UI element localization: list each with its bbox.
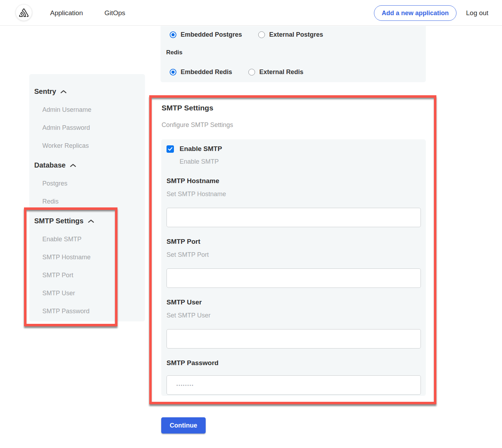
- add-new-application-button[interactable]: Add a new application: [374, 5, 456, 21]
- sidebar-item-enable-smtp[interactable]: Enable SMTP: [42, 236, 140, 243]
- radio-external-redis[interactable]: External Redis: [248, 68, 303, 76]
- smtp-user-input[interactable]: [167, 329, 421, 349]
- enable-smtp-checkbox-row[interactable]: Enable SMTP: [167, 145, 421, 153]
- smtp-user-label: SMTP User: [167, 298, 421, 306]
- enable-smtp-helper: Enable SMTP: [180, 158, 421, 165]
- top-navbar: Application GitOps Add a new application…: [0, 0, 502, 26]
- radio-selected-icon[interactable]: [170, 69, 176, 75]
- radio-selected-icon[interactable]: [170, 31, 176, 38]
- nav-application[interactable]: Application: [50, 0, 83, 26]
- sentry-logo[interactable]: [16, 4, 32, 21]
- radio-embedded-postgres[interactable]: Embedded Postgres: [170, 31, 242, 38]
- smtp-hostname-label: SMTP Hostname: [167, 177, 421, 185]
- smtp-hostname-input[interactable]: [167, 208, 421, 227]
- admin-console-page: Application GitOps Add a new application…: [0, 0, 502, 448]
- chevron-up-icon: [87, 219, 95, 223]
- sidebar-item-redis[interactable]: Redis: [42, 198, 140, 205]
- chevron-up-icon: [60, 90, 67, 94]
- sidebar-item-smtp-user[interactable]: SMTP User: [42, 290, 140, 297]
- smtp-password-label: SMTP Password: [167, 359, 421, 367]
- sidebar-item-smtp-password[interactable]: SMTP Password: [42, 308, 140, 315]
- smtp-port-input[interactable]: [167, 268, 421, 288]
- chevron-up-icon: [69, 163, 77, 168]
- sidebar-item-admin-password[interactable]: Admin Password: [42, 124, 140, 132]
- smtp-port-label: SMTP Port: [167, 238, 421, 246]
- enable-smtp-label: Enable SMTP: [180, 145, 222, 153]
- sidebar-group-smtp-settings[interactable]: SMTP Settings: [34, 217, 140, 225]
- sidebar-item-postgres[interactable]: Postgres: [42, 180, 140, 187]
- smtp-user-helper: Set SMTP User: [167, 312, 421, 319]
- sidebar-item-smtp-hostname[interactable]: SMTP Hostname: [42, 254, 140, 261]
- radio-external-postgres[interactable]: External Postgres: [258, 31, 323, 38]
- sidebar-item-admin-username[interactable]: Admin Username: [42, 106, 140, 114]
- redis-radio-group: Embedded Redis External Redis: [170, 68, 320, 76]
- database-config-panel: Embedded Postgres External Postgres Redi…: [161, 26, 426, 82]
- sidebar-group-database[interactable]: Database: [34, 161, 140, 169]
- sidebar-item-smtp-port[interactable]: SMTP Port: [42, 272, 140, 279]
- sentry-logo-icon: [19, 8, 29, 17]
- sidebar-group-sentry[interactable]: Sentry: [34, 87, 140, 96]
- smtp-settings-form: Enable SMTP Enable SMTP SMTP Hostname Se…: [161, 139, 426, 396]
- radio-unselected-icon[interactable]: [258, 31, 265, 38]
- radio-unselected-icon[interactable]: [248, 69, 255, 75]
- smtp-port-helper: Set SMTP Port: [167, 251, 421, 259]
- radio-embedded-redis[interactable]: Embedded Redis: [170, 68, 232, 76]
- smtp-password-input[interactable]: [167, 375, 421, 395]
- config-sidebar: Sentry Admin Username Admin Password Wor…: [29, 74, 145, 321]
- redis-section-label: Redis: [166, 49, 182, 56]
- logout-link[interactable]: Log out: [466, 0, 488, 26]
- continue-button[interactable]: Continue: [161, 417, 206, 434]
- nav-gitops[interactable]: GitOps: [104, 0, 125, 26]
- checkbox-checked-icon[interactable]: [167, 145, 174, 153]
- smtp-settings-title: SMTP Settings: [162, 104, 213, 112]
- postgres-radio-group: Embedded Postgres External Postgres: [170, 31, 339, 38]
- sidebar-item-worker-replicas[interactable]: Worker Replicas: [42, 142, 140, 150]
- checkmark-icon: [168, 147, 173, 151]
- smtp-settings-subtitle: Configure SMTP Settings: [162, 121, 233, 129]
- smtp-hostname-helper: Set SMTP Hostname: [167, 190, 421, 198]
